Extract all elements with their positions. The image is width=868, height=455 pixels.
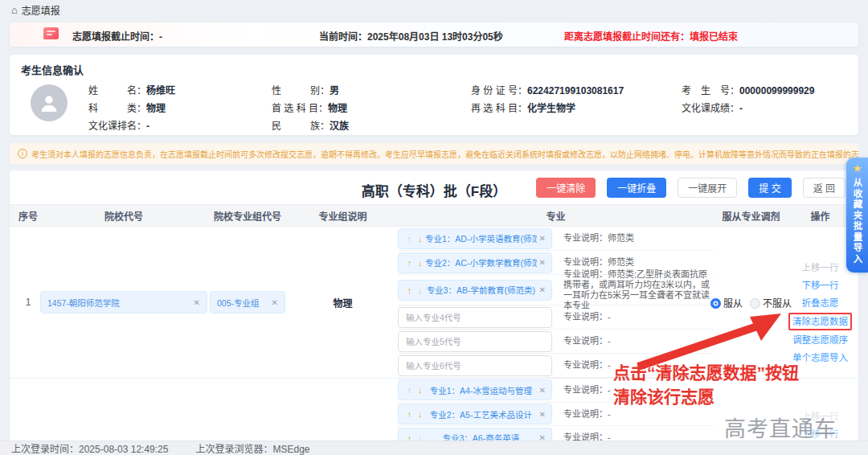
major-subrow: ↑ ↓ 专业1：AD-小学英语教育(师范类) ✕ 专业说明：师范类: [398, 227, 714, 251]
last-login-time: 上次登录时间：2025-08-03 12:49:25: [11, 441, 168, 455]
batch-toolbar: 一键清除 一键折叠 一键展开 提 交 返 回: [536, 178, 845, 198]
remove-major-icon[interactable]: ✕: [539, 433, 546, 441]
home-icon[interactable]: ⌂: [11, 5, 18, 15]
move-down-icon[interactable]: ↓: [415, 258, 425, 268]
remove-group-icon[interactable]: ✕: [272, 298, 278, 307]
op-adjust-order[interactable]: 调整志愿顺序: [792, 331, 848, 349]
major-desc: 专业说明：师范类;乙型肝炎表面抗原携带者，或两耳听力均在3米以内，或一耳听力在5…: [552, 269, 714, 311]
major-chip[interactable]: ↑ ↓ 专业2：A5-工艺美术品设计 ✕: [398, 404, 552, 424]
major-subrow: ↑ ↓ 专业3：A6-商务英语 ✕ 专业说明：-: [398, 426, 714, 441]
field-ethnicity: 民 族：汉族: [272, 118, 471, 136]
field-gender: 性 别：男: [272, 83, 471, 100]
back-button[interactable]: 返 回: [803, 178, 845, 198]
star-icon: ★: [853, 163, 862, 174]
clear-all-button[interactable]: 一键清除: [536, 178, 596, 198]
radio-follow-dot[interactable]: [710, 298, 721, 309]
expand-all-button[interactable]: 一键展开: [678, 178, 737, 198]
move-up-icon[interactable]: ↑: [404, 234, 415, 244]
op-move-row-down[interactable]: 下移一行: [802, 425, 839, 441]
op-move-row-down[interactable]: 下移一行: [802, 277, 839, 294]
field-culture-rank: 文化课排名：-: [88, 118, 272, 136]
current-time-value: 2025年08月03日 13时03分05秒: [367, 31, 503, 43]
header-operations: 操作: [788, 209, 852, 223]
remaining-time-text: 距离志愿填报截止时间还有：填报已结束: [564, 29, 738, 43]
major-code-input[interactable]: [398, 307, 552, 328]
deadline-label: 志愿填报截止时间：: [72, 31, 159, 43]
major-desc: 专业说明：师范类: [552, 257, 714, 268]
college-tag[interactable]: 1457-朝阳师范学院 ✕: [40, 291, 207, 314]
status-bar: 上次登录时间：2025-08-03 12:49:25 上次登录浏览器：MSEdg…: [0, 441, 868, 455]
group-tag-label: 005-专业组: [217, 297, 268, 309]
major-desc: 专业说明：-: [552, 409, 714, 420]
radio-follow[interactable]: 服从: [710, 296, 743, 309]
major-desc: 专业说明：-: [552, 336, 714, 346]
remove-major-icon[interactable]: ✕: [539, 234, 546, 243]
field-name: 姓 名：杨维旺: [88, 83, 272, 100]
header-group-code: 院校专业组代号: [207, 209, 288, 223]
major-chip[interactable]: ↑ ↓ 专业2：AC-小学数学教育(师范类) ✕: [398, 252, 552, 273]
remove-college-icon[interactable]: ✕: [194, 298, 200, 307]
deadline-text: 志愿填报截止时间：-: [72, 29, 162, 43]
move-up-icon[interactable]: ↑: [404, 285, 415, 295]
move-down-icon[interactable]: ↓: [415, 433, 425, 441]
op-clear-row-data[interactable]: 清除志愿数据: [788, 313, 852, 330]
major-chip[interactable]: ↑ ↓ 专业1：AD-小学英语教育(师范类) ✕: [398, 228, 552, 249]
breadcrumb: ⌂ 志愿填报: [0, 0, 868, 19]
header-seq: 序号: [16, 209, 40, 223]
last-login-browser: 上次登录浏览器：MSEdge: [195, 441, 309, 455]
radio-not-follow-dot[interactable]: [750, 298, 760, 309]
group-cell: 005-专业组 ✕: [207, 227, 288, 378]
student-fields: 姓 名：杨维旺 性 别：男 身 份 证 号：622427199103081617…: [88, 83, 814, 136]
info-icon: i: [18, 149, 27, 158]
op-collapse-row[interactable]: 折叠志愿: [802, 294, 839, 312]
collapse-all-button[interactable]: 一键折叠: [607, 178, 666, 198]
person-icon: [38, 92, 60, 114]
batch-import-label: 从收藏夹批量导入: [851, 178, 864, 264]
submit-button[interactable]: 提 交: [748, 178, 791, 198]
move-up-icon[interactable]: ↑: [404, 433, 415, 441]
notice-bar: i 考生须对本人填报的志愿信息负责，在志愿填报截止时间前可多次修改提交志愿，逾期…: [10, 143, 858, 164]
remove-major-icon[interactable]: ✕: [539, 285, 546, 294]
batch-import-button[interactable]: ★ 从收藏夹批量导入: [846, 158, 868, 273]
adjustment-cell: 服从 不服从: [714, 227, 788, 378]
group-tag[interactable]: 005-专业组 ✕: [210, 291, 285, 314]
move-down-icon[interactable]: ↓: [415, 409, 425, 419]
remove-major-icon[interactable]: ✕: [539, 386, 546, 395]
student-info-card: 考生信息确认 姓 名：杨维旺 性 别：男 身 份 证 号：62242719910…: [10, 55, 858, 135]
move-down-icon[interactable]: ↓: [415, 234, 425, 244]
remove-major-icon[interactable]: ✕: [539, 258, 546, 267]
college-cell: 1457-朝阳师范学院 ✕: [40, 227, 207, 378]
major-chip[interactable]: ↑ ↓ 专业3：AB-学前教育(师范类) ✕: [398, 280, 552, 301]
notice-text: 考生须对本人填报的志愿信息负责，在志愿填报截止时间前可多次修改提交志愿，逾期不得…: [31, 148, 858, 160]
annotation-line1: 点击“清除志愿数据”按钮: [613, 361, 799, 385]
op-move-row-up[interactable]: 上移一行: [802, 408, 839, 425]
deadline-value: -: [159, 31, 162, 43]
header-major: 专业: [398, 209, 714, 223]
move-up-icon[interactable]: ↑: [404, 409, 415, 419]
current-time-text: 当前时间：2025年08月03日 13时03分05秒: [319, 29, 503, 43]
op-single-import[interactable]: 单个志愿导入: [792, 349, 848, 367]
major-code-input[interactable]: [398, 331, 552, 352]
remaining-label: 距离志愿填报截止时间还有：: [564, 31, 690, 43]
remove-major-icon[interactable]: ✕: [539, 410, 546, 419]
annotation-text: 点击“清除志愿数据”按钮 清除该行志愿: [613, 361, 799, 409]
avatar: [31, 84, 68, 121]
row-seq: 1: [16, 227, 40, 378]
move-up-icon[interactable]: ↑: [404, 385, 415, 395]
header-adjustment: 服从专业调剂: [714, 209, 788, 223]
move-down-icon[interactable]: ↓: [415, 385, 425, 395]
major-code-input[interactable]: [398, 355, 552, 376]
field-subject-category: 科 类：物理: [88, 100, 272, 118]
batch-title-row: 高职（专科）批（F段） 一键清除 一键折叠 一键展开 提 交 返 回: [10, 170, 858, 204]
move-down-icon[interactable]: ↓: [415, 285, 425, 295]
major-desc: 专业说明：-: [552, 432, 714, 441]
major-chip[interactable]: ↑ ↓ 专业1：A4-冰雪运动与管理 ✕: [398, 379, 552, 400]
major-chip[interactable]: ↑ ↓ 专业3：A6-商务英语 ✕: [398, 428, 552, 441]
radio-not-follow[interactable]: 不服从: [750, 296, 792, 309]
op-move-row-up[interactable]: 上移一行: [802, 259, 839, 277]
deadline-bar: 志愿填报截止时间：- 当前时间：2025年08月03日 13时03分05秒 距离…: [10, 23, 858, 47]
move-up-icon[interactable]: ↑: [404, 258, 415, 268]
header-group-desc: 专业组说明: [288, 209, 398, 223]
major-desc: 专业说明：师范类: [552, 233, 714, 244]
college-tag-label: 1457-朝阳师范学院: [47, 297, 190, 309]
